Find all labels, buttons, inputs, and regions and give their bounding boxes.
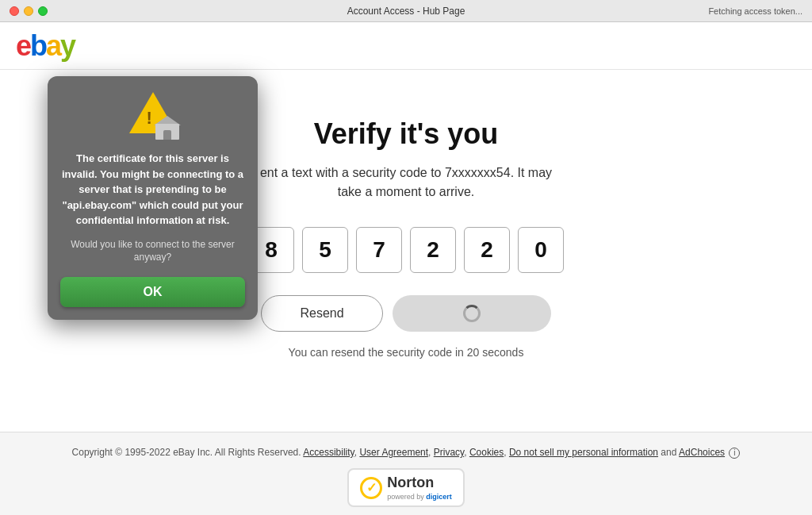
dialog-question: Would you like to connect to the server … bbox=[60, 238, 245, 265]
copyright-text: Copyright © 1995-2022 eBay Inc. All Righ… bbox=[72, 447, 301, 458]
verify-button[interactable] bbox=[393, 295, 551, 332]
maximize-button[interactable] bbox=[38, 6, 48, 16]
action-buttons: Resend bbox=[261, 295, 550, 332]
info-icon: i bbox=[729, 448, 740, 459]
logo-y: y bbox=[60, 29, 75, 62]
ok-button[interactable]: OK bbox=[60, 277, 245, 307]
and-text: and bbox=[661, 447, 676, 458]
code-digit-2[interactable]: 5 bbox=[302, 227, 348, 273]
user-agreement-link[interactable]: User Agreement bbox=[359, 447, 428, 458]
status-text: Fetching access token... bbox=[708, 6, 802, 16]
ebay-logo: ebay bbox=[16, 32, 75, 60]
norton-check-icon: ✓ bbox=[360, 477, 382, 499]
house-body bbox=[155, 124, 179, 140]
verify-title: Verify it's you bbox=[314, 117, 499, 151]
house-icon bbox=[154, 116, 181, 140]
resend-timer-text: You can resend the security code in 20 s… bbox=[289, 346, 524, 359]
resend-button[interactable]: Resend bbox=[261, 295, 382, 332]
close-button[interactable] bbox=[10, 6, 19, 16]
browser-content: ebay Verify it's you ent a text with a s… bbox=[0, 22, 812, 515]
window-controls[interactable] bbox=[10, 6, 48, 16]
ebay-header: ebay bbox=[0, 22, 812, 70]
norton-logo[interactable]: ✓ Norton powered by digicert bbox=[347, 468, 465, 507]
norton-badge: ✓ Norton powered by digicert bbox=[347, 468, 465, 507]
powered-by-text: powered by bbox=[387, 493, 424, 501]
cookies-link[interactable]: Cookies bbox=[469, 447, 504, 458]
loading-spinner bbox=[463, 305, 481, 322]
security-dialog: The certificate for this server is inval… bbox=[48, 76, 258, 320]
footer: Copyright © 1995-2022 eBay Inc. All Righ… bbox=[0, 432, 812, 515]
code-digit-6[interactable]: 0 bbox=[518, 227, 564, 273]
norton-info: Norton powered by digicert bbox=[387, 475, 452, 501]
minimize-button[interactable] bbox=[24, 6, 33, 16]
privacy-link[interactable]: Privacy bbox=[434, 447, 464, 458]
verify-subtitle: ent a text with a security code to 7xxxx… bbox=[247, 163, 565, 202]
norton-powered-by: powered by digicert bbox=[387, 493, 452, 501]
logo-a: a bbox=[46, 29, 60, 62]
code-digit-5[interactable]: 2 bbox=[464, 227, 510, 273]
accessibility-link[interactable]: Accessibility bbox=[303, 447, 354, 458]
dialog-message: The certificate for this server is inval… bbox=[60, 151, 245, 229]
footer-links: Copyright © 1995-2022 eBay Inc. All Righ… bbox=[72, 447, 741, 459]
dialog-icon-area bbox=[60, 92, 245, 140]
title-bar: Account Access - Hub Page Fetching acces… bbox=[0, 0, 812, 22]
code-digit-3[interactable]: 7 bbox=[356, 227, 402, 273]
adchoice-link[interactable]: AdChoices bbox=[679, 447, 725, 458]
norton-name: Norton bbox=[387, 475, 452, 491]
logo-e: e bbox=[16, 29, 30, 62]
code-inputs: 8 5 7 2 2 0 bbox=[248, 227, 564, 273]
logo-b: b bbox=[30, 29, 46, 62]
warning-icon bbox=[125, 92, 181, 140]
code-digit-4[interactable]: 2 bbox=[410, 227, 456, 273]
digicert-text: digicert bbox=[426, 493, 452, 501]
house-door bbox=[163, 130, 171, 140]
do-not-sell-link[interactable]: Do not sell my personal information bbox=[509, 447, 658, 458]
window-title: Account Access - Hub Page bbox=[347, 6, 465, 17]
